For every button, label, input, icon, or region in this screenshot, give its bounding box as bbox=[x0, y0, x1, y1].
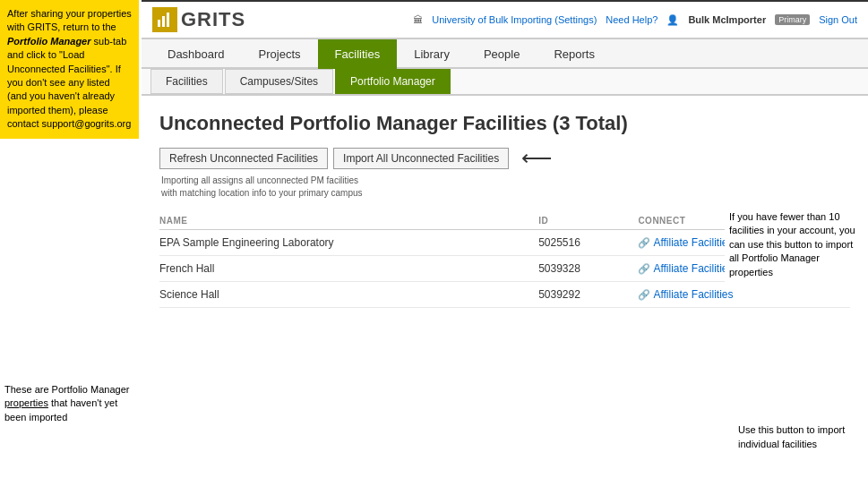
primary-badge: Primary bbox=[775, 14, 810, 25]
annotation-bottomright: Use this button to import individual fac… bbox=[738, 423, 864, 451]
header: GRITS 🏛 University of Bulk Importing (Se… bbox=[142, 2, 868, 39]
page-title: Unconnected Portfolio Manager Facilities… bbox=[159, 112, 850, 135]
tab-people[interactable]: People bbox=[467, 39, 537, 69]
annotation-bold: Portfolio Manager bbox=[7, 36, 91, 47]
refresh-button[interactable]: Refresh Unconnected Facilities bbox=[159, 148, 328, 169]
subtab-portfolio-manager[interactable]: Portfolio Manager bbox=[335, 69, 451, 94]
cell-connect[interactable]: 🔗Affiliate Facilities bbox=[638, 282, 850, 308]
annotation-right-top: If you have fewer than 10 facilities in … bbox=[725, 206, 868, 284]
tab-dashboard[interactable]: Dashboard bbox=[150, 39, 242, 69]
subtab-facilities[interactable]: Facilities bbox=[150, 69, 223, 94]
user-icon: 👤 bbox=[666, 14, 679, 26]
link-icon: 🔗 bbox=[638, 289, 650, 301]
link-icon: 🔗 bbox=[638, 237, 650, 249]
tab-facilities[interactable]: Facilities bbox=[318, 39, 398, 69]
import-note: Importing all assigns all unconnected PM… bbox=[161, 175, 850, 200]
arrow-import-icon: ⟵ bbox=[521, 148, 552, 169]
header-right: 🏛 University of Bulk Importing (Settings… bbox=[413, 14, 857, 26]
table-row: Science Hall5039292🔗Affiliate Facilities bbox=[159, 282, 850, 308]
cell-name: French Hall bbox=[159, 256, 538, 282]
affiliate-facilities-link[interactable]: 🔗Affiliate Facilities bbox=[638, 288, 845, 301]
cell-id: 5039292 bbox=[538, 282, 638, 308]
col-name: NAME bbox=[159, 212, 538, 230]
svg-rect-1 bbox=[162, 16, 165, 27]
subtab-campuses[interactable]: Campuses/Sites bbox=[225, 69, 333, 94]
university-icon: 🏛 bbox=[413, 14, 423, 25]
logo: GRITS bbox=[152, 7, 245, 32]
logo-text: GRITS bbox=[181, 8, 245, 31]
col-id: ID bbox=[538, 212, 638, 230]
svg-rect-0 bbox=[158, 20, 160, 27]
logo-icon bbox=[152, 7, 177, 32]
buttons-row: Refresh Unconnected Facilities Import Al… bbox=[159, 148, 850, 169]
cell-name: Science Hall bbox=[159, 282, 538, 308]
tab-projects[interactable]: Projects bbox=[242, 39, 318, 69]
annotation-topleft: After sharing your properties with GRITS… bbox=[0, 0, 139, 139]
nav-tabs: Dashboard Projects Facilities Library Pe… bbox=[142, 39, 868, 69]
cell-id: 5025516 bbox=[538, 230, 638, 256]
import-all-button[interactable]: Import All Unconnected Facilities bbox=[333, 148, 509, 169]
signout-link[interactable]: Sign Out bbox=[819, 14, 857, 25]
cell-id: 5039328 bbox=[538, 256, 638, 282]
sub-tabs: Facilities Campuses/Sites Portfolio Mana… bbox=[142, 69, 868, 96]
tab-library[interactable]: Library bbox=[397, 39, 467, 69]
link-icon: 🔗 bbox=[638, 263, 650, 275]
tab-reports[interactable]: Reports bbox=[537, 39, 612, 69]
annotation-bottomleft: These are Portfolio Manager properties t… bbox=[4, 383, 130, 424]
svg-rect-2 bbox=[167, 13, 169, 27]
university-link[interactable]: University of Bulk Importing (Settings) bbox=[432, 14, 597, 25]
cell-name: EPA Sample Engineering Laboratory bbox=[159, 230, 538, 256]
need-help-link[interactable]: Need Help? bbox=[606, 14, 657, 25]
user-name: Bulk McImporter bbox=[688, 14, 766, 25]
